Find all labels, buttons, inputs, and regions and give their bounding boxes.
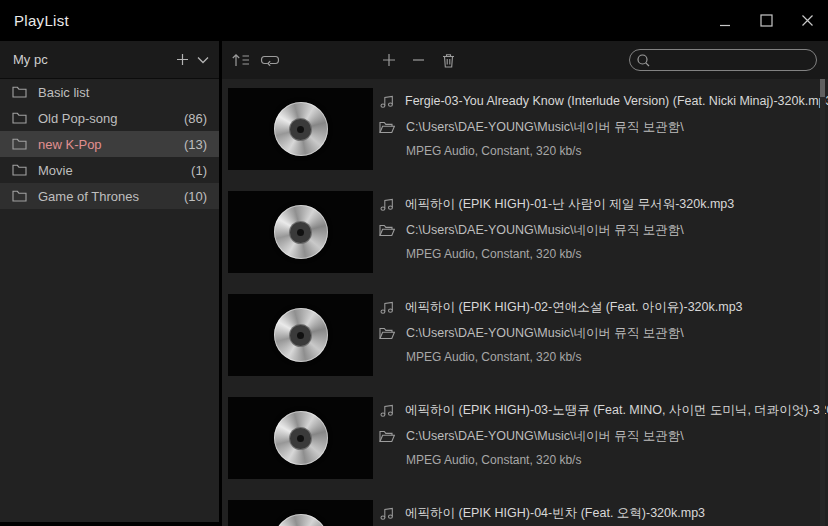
track-meta: Fergie-03-You Already Know (Interlude Ve… (379, 88, 828, 170)
track-meta: 에픽하이 (EPIK HIGH)-01-난 사람이 제일 무서워-320k.mp… (379, 191, 828, 273)
playlist-window: PlayList My pc (0, 0, 828, 526)
remove-track-button[interactable] (412, 41, 425, 79)
folder-icon (12, 138, 27, 150)
trash-icon (442, 53, 455, 68)
open-folder-icon (379, 224, 395, 237)
sidebar-folder-item[interactable]: new K-Pop (13) (0, 131, 219, 157)
track-meta: 에픽하이 (EPIK HIGH)-02-연애소설 (Feat. 아이유)-320… (379, 294, 828, 376)
main-panel: Fergie-03-You Already Know (Interlude Ve… (222, 41, 828, 526)
album-art-thumbnail[interactable] (228, 294, 373, 376)
track-path: C:\Users\DAE-YOUNG\Music\네이버 뮤직 보관함\ (406, 325, 684, 342)
device-label: My pc (13, 52, 48, 67)
track-meta: 에픽하이 (EPIK HIGH)-03-노땡큐 (Feat. MINO, 사이먼… (379, 397, 828, 479)
open-folder-icon (379, 430, 395, 443)
scrollbar[interactable] (820, 79, 825, 526)
track-row[interactable]: 에픽하이 (EPIK HIGH)-04-빈차 (Feat. 오혁)-320k.m… (228, 500, 828, 526)
loop-button[interactable] (260, 41, 280, 79)
search-box[interactable] (629, 49, 817, 71)
track-format: MPEG Audio, Constant, 320 kb/s (406, 247, 828, 261)
folder-label: Basic list (38, 85, 89, 100)
cd-disc-hub (290, 325, 311, 346)
folder-label: Movie (38, 163, 73, 178)
delete-all-button[interactable] (442, 41, 455, 79)
track-format: MPEG Audio, Constant, 320 kb/s (406, 144, 828, 158)
music-note-icon (379, 300, 394, 315)
album-art-thumbnail[interactable] (228, 397, 373, 479)
cd-disc-art (274, 514, 328, 526)
sort-button[interactable] (231, 41, 250, 79)
track-format: MPEG Audio, Constant, 320 kb/s (406, 453, 828, 467)
folder-count: (13) (184, 137, 207, 152)
add-track-button[interactable] (382, 41, 396, 79)
main-toolbar (222, 41, 828, 79)
chevron-down-icon (197, 56, 209, 64)
folder-icon (12, 190, 27, 202)
folder-label: Old Pop-song (38, 111, 118, 126)
cd-disc-art (274, 102, 328, 156)
search-icon (636, 53, 651, 68)
window-title: PlayList (0, 12, 69, 29)
open-folder-icon (379, 327, 395, 340)
close-icon (801, 14, 814, 27)
folder-icon (12, 86, 27, 98)
album-art-thumbnail[interactable] (228, 500, 373, 526)
maximize-button[interactable] (759, 14, 773, 28)
track-row[interactable]: 에픽하이 (EPIK HIGH)-02-연애소설 (Feat. 아이유)-320… (228, 294, 828, 376)
add-playlist-button[interactable] (176, 53, 189, 66)
cd-disc-hole (297, 126, 304, 133)
folder-icon (12, 164, 27, 176)
folder-label: Game of Thrones (38, 189, 139, 204)
track-filename: Fergie-03-You Already Know (Interlude Ve… (405, 94, 828, 108)
track-path: C:\Users\DAE-YOUNG\Music\네이버 뮤직 보관함\ (406, 428, 684, 445)
folder-count: (86) (184, 111, 207, 126)
track-list[interactable]: Fergie-03-You Already Know (Interlude Ve… (222, 79, 828, 526)
sidebar-folder-item[interactable]: Game of Thrones (10) (0, 183, 219, 209)
sidebar-folder-list: Basic list Old Pop-song (86) new K-Pop (… (0, 79, 219, 209)
music-note-icon (379, 403, 394, 418)
plus-icon (382, 53, 396, 67)
track-filename: 에픽하이 (EPIK HIGH)-01-난 사람이 제일 무서워-320k.mp… (405, 196, 734, 213)
close-button[interactable] (800, 14, 814, 28)
track-format: MPEG Audio, Constant, 320 kb/s (406, 350, 828, 364)
scrollbar-thumb[interactable] (820, 79, 825, 97)
cd-disc-art (274, 308, 328, 362)
minus-icon (412, 53, 425, 67)
cd-disc-art (274, 411, 328, 465)
album-art-thumbnail[interactable] (228, 88, 373, 170)
music-note-icon (379, 506, 394, 521)
track-meta: 에픽하이 (EPIK HIGH)-04-빈차 (Feat. 오혁)-320k.m… (379, 500, 828, 526)
window-controls (718, 14, 828, 28)
music-note-icon (379, 197, 394, 212)
minimize-button[interactable] (718, 14, 732, 28)
plus-icon (176, 53, 189, 66)
album-art-thumbnail[interactable] (228, 191, 373, 273)
cd-disc-hub (290, 119, 311, 140)
cd-disc-art (274, 205, 328, 259)
sidebar-folder-item[interactable]: Movie (1) (0, 157, 219, 183)
open-folder-icon (379, 121, 395, 134)
track-path: C:\Users\DAE-YOUNG\Music\네이버 뮤직 보관함\ (406, 222, 684, 239)
sort-to-top-icon (231, 53, 250, 67)
track-row[interactable]: Fergie-03-You Already Know (Interlude Ve… (228, 88, 828, 170)
track-filename: 에픽하이 (EPIK HIGH)-03-노땡큐 (Feat. MINO, 사이먼… (405, 402, 828, 419)
sidebar-folder-item[interactable]: Old Pop-song (86) (0, 105, 219, 131)
cd-disc-hole (297, 435, 304, 442)
sidebar-header: My pc (0, 41, 219, 79)
track-row[interactable]: 에픽하이 (EPIK HIGH)-03-노땡큐 (Feat. MINO, 사이먼… (228, 397, 828, 479)
music-note-icon (379, 94, 394, 109)
cd-disc-hub (290, 222, 311, 243)
track-path: C:\Users\DAE-YOUNG\Music\네이버 뮤직 보관함\ (406, 119, 684, 136)
folder-count: (1) (191, 163, 207, 178)
track-row[interactable]: 에픽하이 (EPIK HIGH)-01-난 사람이 제일 무서워-320k.mp… (228, 191, 828, 273)
search-input[interactable] (655, 53, 808, 67)
folder-label: new K-Pop (38, 137, 102, 152)
folder-icon (12, 112, 27, 124)
sidebar-folder-item[interactable]: Basic list (0, 79, 219, 105)
sidebar: My pc Basic list (0, 41, 219, 522)
track-filename: 에픽하이 (EPIK HIGH)-04-빈차 (Feat. 오혁)-320k.m… (405, 505, 705, 522)
cd-disc-hub (290, 428, 311, 449)
maximize-icon (760, 14, 773, 27)
title-bar: PlayList (0, 0, 828, 41)
minimize-icon (719, 15, 731, 27)
collapse-button[interactable] (197, 56, 209, 64)
